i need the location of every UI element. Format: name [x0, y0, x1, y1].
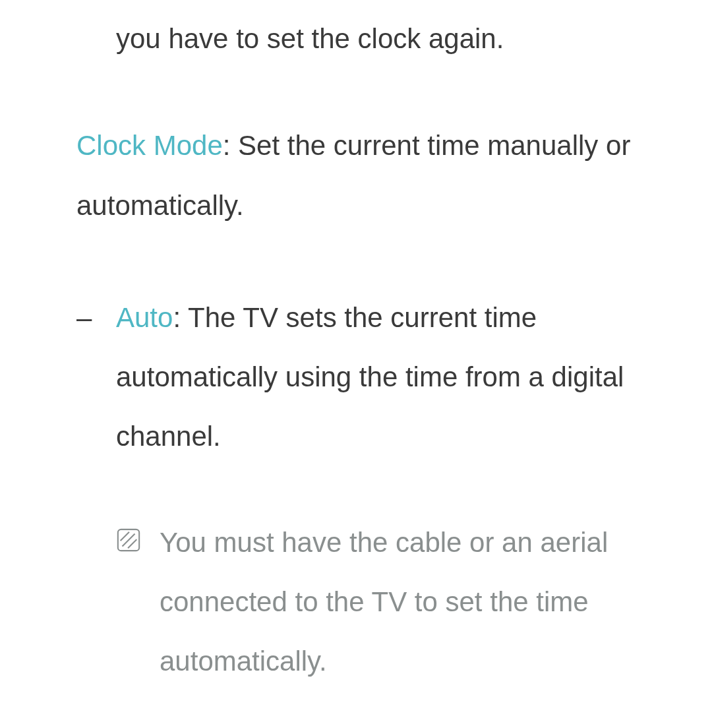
auto-term: Auto: [116, 302, 173, 333]
auto-item: – Auto: The TV sets the current time aut…: [76, 288, 679, 467]
note-icon: [116, 513, 160, 692]
notes-block: You must have the cable or an aerial con…: [116, 513, 679, 728]
continuation-line: you have to set the clock again.: [116, 9, 679, 69]
auto-body: Auto: The TV sets the current time autom…: [116, 288, 679, 467]
svg-line-3: [128, 539, 136, 548]
clock-mode-term: Clock Mode: [76, 130, 223, 161]
svg-line-1: [123, 533, 135, 546]
clock-mode-paragraph: Clock Mode: Set the current time manuall…: [76, 116, 679, 235]
document-page: you have to set the clock again. Clock M…: [0, 0, 712, 728]
note-text: You must have the cable or an aerial con…: [160, 513, 679, 692]
svg-line-2: [121, 531, 129, 540]
note-item: You must have the cable or an aerial con…: [116, 513, 679, 692]
auto-description: : The TV sets the current time automatic…: [116, 302, 624, 452]
list-dash: –: [76, 288, 116, 467]
